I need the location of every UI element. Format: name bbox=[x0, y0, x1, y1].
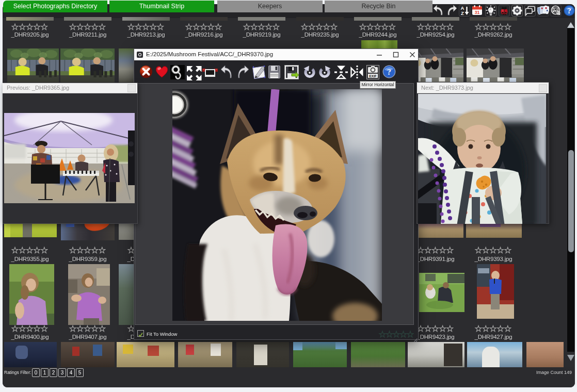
svg-text:?: ? bbox=[567, 7, 571, 15]
svg-text:31: 31 bbox=[475, 10, 480, 15]
svg-text:?: ? bbox=[387, 68, 391, 76]
svg-text:EXIF: EXIF bbox=[369, 74, 376, 78]
svg-text:Z: Z bbox=[461, 10, 464, 16]
